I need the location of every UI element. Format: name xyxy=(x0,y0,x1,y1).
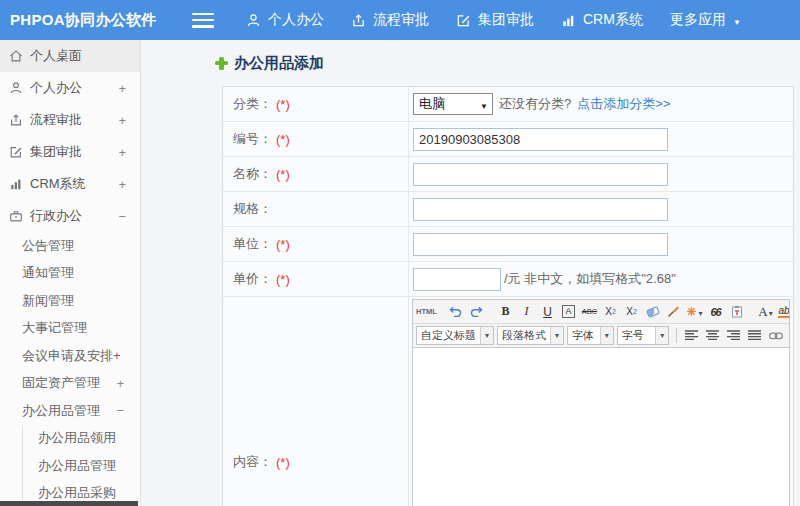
name-input[interactable] xyxy=(413,163,668,186)
align-left-button[interactable] xyxy=(682,326,701,345)
unit-input[interactable] xyxy=(413,233,668,256)
menu-toggle-icon[interactable] xyxy=(192,13,214,28)
dropdown-label: 段落格式 xyxy=(498,328,550,343)
sidebar-item-label: 个人办公 xyxy=(30,79,82,97)
sidebar-item-supplies-manage[interactable]: 办公用品管理 xyxy=(23,452,140,480)
font-size-dropdown[interactable]: 字号 xyxy=(617,326,669,345)
sidebar-item-personal-desktop[interactable]: 个人桌面 xyxy=(0,40,140,72)
caret-down-icon xyxy=(698,305,702,319)
expand-indicator: + xyxy=(118,113,126,128)
align-center-button[interactable] xyxy=(703,326,722,345)
format-brush-button[interactable] xyxy=(664,302,683,321)
sidebar-item-supplies-receive[interactable]: 办公用品领用 xyxy=(23,425,140,453)
sidebar-item-announcement-mgmt[interactable]: 公告管理 xyxy=(0,232,140,260)
form-row-spec: 规格： xyxy=(223,192,793,227)
price-input[interactable] xyxy=(413,268,501,291)
nav-more-apps[interactable]: 更多应用 xyxy=(670,11,741,29)
supplies-submenu: 办公用品领用 办公用品管理 办公用品采购 xyxy=(22,425,140,506)
link-icon xyxy=(769,332,783,340)
form-row-content: 内容： (*) HTML xyxy=(223,297,793,506)
align-right-button[interactable] xyxy=(724,326,743,345)
bar-chart-icon xyxy=(9,177,23,191)
form-row-code: 编号： (*) xyxy=(223,122,793,157)
nav-personal-office[interactable]: 个人办公 xyxy=(246,11,324,29)
nav-group-approval[interactable]: 集团审批 xyxy=(456,11,534,29)
nav-item-label: 集团审批 xyxy=(478,11,534,29)
form-row-unit: 单位： (*) xyxy=(223,227,793,262)
subscript-button[interactable]: X2 xyxy=(622,302,641,321)
italic-button[interactable]: I xyxy=(517,302,536,321)
sidebar-item-label: 固定资产管理 xyxy=(22,374,100,392)
add-category-link[interactable]: 点击添加分类>> xyxy=(577,95,670,113)
sidebar: 个人桌面 个人办公 + 流程审批 + 集团审批 xyxy=(0,40,141,506)
supplies-add-form: 分类： (*) 电脑 还没有分类? 点击添加分类>> xyxy=(222,86,794,506)
char-border-glyph: A xyxy=(562,305,574,318)
font-color-button[interactable]: A xyxy=(756,302,775,321)
nav-flow-approval[interactable]: 流程审批 xyxy=(351,11,429,29)
auto-typeset-button[interactable] xyxy=(685,302,704,321)
category-select[interactable]: 电脑 xyxy=(413,93,493,115)
source-code-button[interactable]: HTML xyxy=(417,302,436,321)
undo-button[interactable] xyxy=(446,302,465,321)
sidebar-item-label: 个人桌面 xyxy=(30,47,82,65)
nav-crm-system[interactable]: CRM系统 xyxy=(561,11,643,29)
editor-content-area[interactable] xyxy=(413,348,789,506)
remove-format-button[interactable] xyxy=(643,302,662,321)
align-justify-button[interactable] xyxy=(745,326,764,345)
font-family-dropdown[interactable]: 字体 xyxy=(567,326,614,345)
sidebar-item-crm[interactable]: CRM系统 + xyxy=(0,168,140,200)
caret-down-icon xyxy=(769,305,773,319)
app-logo[interactable]: PHPOA协同办公软件 xyxy=(0,11,192,30)
sidebar-item-flow-approval[interactable]: 流程审批 + xyxy=(0,104,140,136)
expand-indicator: − xyxy=(118,209,126,224)
sidebar-item-meeting-mgmt[interactable]: 会议申请及安排 + xyxy=(0,342,140,370)
sidebar-item-fixed-assets-mgmt[interactable]: 固定资产管理 + xyxy=(0,370,140,398)
sidebar-item-label: 公告管理 xyxy=(22,237,74,255)
paragraph-format-dropdown[interactable]: 段落格式 xyxy=(497,326,564,345)
back-color-button[interactable]: ab xyxy=(777,302,789,321)
expand-indicator: + xyxy=(118,145,126,160)
sidebar-item-group-approval[interactable]: 集团审批 + xyxy=(0,136,140,168)
sidebar-item-admin-office[interactable]: 行政办公 − xyxy=(0,200,140,232)
superscript-button[interactable]: X2 xyxy=(601,302,620,321)
field-label-text: 单位： xyxy=(233,235,272,253)
redo-button[interactable] xyxy=(467,302,486,321)
redo-icon xyxy=(470,306,483,318)
user-icon xyxy=(246,13,261,28)
add-plus-icon xyxy=(215,57,228,70)
sidebar-item-memorabilia-mgmt[interactable]: 大事记管理 xyxy=(0,315,140,343)
field-label-text: 名称： xyxy=(233,165,272,183)
insert-link-button[interactable] xyxy=(766,326,785,345)
nav-item-label: 更多应用 xyxy=(670,11,726,29)
required-mark: (*) xyxy=(276,237,290,252)
back-color-glyph: ab xyxy=(778,305,789,318)
underline-button[interactable]: U xyxy=(538,302,557,321)
briefcase-icon xyxy=(9,209,23,223)
paste-text-button[interactable] xyxy=(727,302,746,321)
required-mark: (*) xyxy=(276,167,290,182)
blockquote-button[interactable]: 66 xyxy=(706,302,725,321)
home-icon xyxy=(9,49,23,63)
sidebar-item-notice-mgmt[interactable]: 通知管理 xyxy=(0,260,140,288)
edit-approve-icon xyxy=(456,13,471,28)
sub-base: X xyxy=(626,306,633,317)
spec-input[interactable] xyxy=(413,198,668,221)
expand-indicator: + xyxy=(113,348,121,363)
sidebar-item-office-supplies-mgmt[interactable]: 办公用品管理 − xyxy=(0,397,140,425)
sidebar-item-label: 办公用品采购 xyxy=(38,484,116,502)
auto-typeset-icon xyxy=(686,306,697,317)
custom-heading-dropdown[interactable]: 自定义标题 xyxy=(416,326,494,345)
sidebar-item-news-mgmt[interactable]: 新闻管理 xyxy=(0,287,140,315)
edit-approve-icon xyxy=(9,145,23,159)
caret-down-icon xyxy=(480,327,493,344)
caret-down-icon xyxy=(550,327,563,344)
sidebar-scrollbar[interactable] xyxy=(0,501,138,506)
strikethrough-button[interactable]: ABC xyxy=(580,302,599,321)
sidebar-item-label: 会议申请及安排 xyxy=(22,347,113,365)
required-mark: (*) xyxy=(276,97,290,112)
undo-icon xyxy=(449,306,462,318)
code-input[interactable] xyxy=(413,128,668,151)
sidebar-item-personal-office[interactable]: 个人办公 + xyxy=(0,72,140,104)
bold-button[interactable]: B xyxy=(496,302,515,321)
char-border-button[interactable]: A xyxy=(559,302,578,321)
